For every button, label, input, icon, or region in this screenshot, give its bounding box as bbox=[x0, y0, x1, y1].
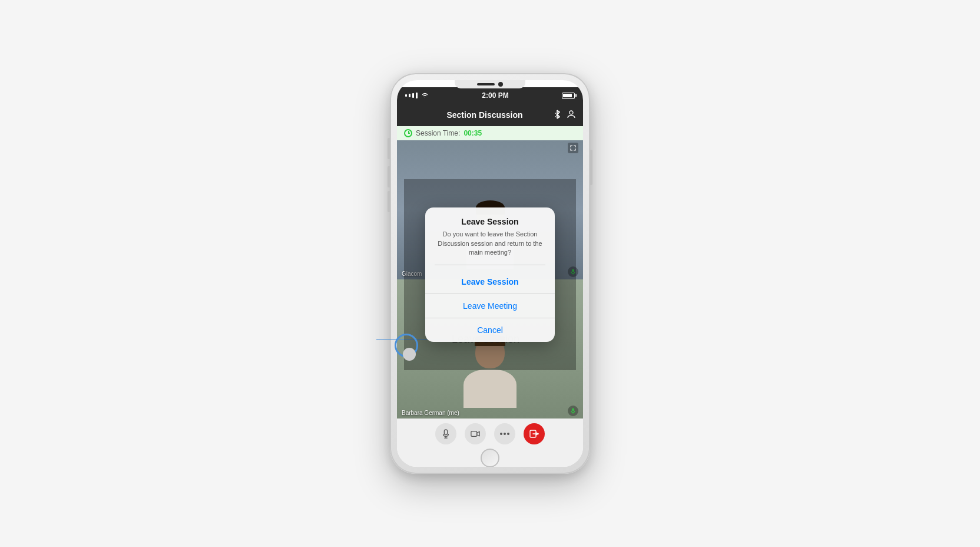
modal-message: Do you want to leave the Section Discuss… bbox=[435, 230, 545, 257]
signal-bar-1 bbox=[405, 94, 407, 97]
svg-point-1 bbox=[570, 111, 573, 114]
battery-icon bbox=[562, 93, 575, 99]
expand-icon[interactable] bbox=[568, 143, 578, 153]
clock-icon bbox=[404, 129, 412, 137]
front-camera bbox=[498, 82, 503, 87]
status-bar: 2:00 PM bbox=[397, 87, 583, 104]
svg-rect-6 bbox=[444, 430, 447, 435]
nav-icons bbox=[554, 110, 576, 121]
phone-screen: 2:00 PM Section Discussion bbox=[397, 80, 583, 467]
svg-rect-4 bbox=[572, 408, 574, 411]
signal-bar-4 bbox=[416, 93, 418, 98]
session-time-value: 00:35 bbox=[463, 129, 482, 137]
leave-meeting-button[interactable]: Leave Meeting bbox=[425, 294, 555, 318]
battery-container bbox=[562, 93, 575, 99]
toolbar bbox=[397, 419, 583, 449]
modal-title: Leave Session bbox=[435, 217, 545, 226]
svg-point-10 bbox=[500, 433, 502, 435]
profile-icon[interactable] bbox=[567, 110, 576, 121]
status-time: 2:00 PM bbox=[482, 91, 508, 100]
more-button[interactable] bbox=[494, 423, 515, 444]
signal-bar-2 bbox=[409, 94, 410, 97]
mic-button[interactable] bbox=[435, 423, 456, 444]
phone-notch bbox=[455, 80, 525, 88]
video-bottom-name: Barbara German (me) bbox=[402, 410, 459, 416]
home-button[interactable] bbox=[481, 449, 499, 467]
leave-session-toolbar-button[interactable] bbox=[524, 423, 545, 444]
session-time-bar: Session Time: 00:35 bbox=[397, 126, 583, 140]
leave-session-button[interactable]: Leave Session bbox=[425, 270, 555, 294]
wifi-icon bbox=[421, 92, 429, 99]
video-button[interactable] bbox=[465, 423, 486, 444]
modal-content: Leave Session Do you want to leave the S… bbox=[425, 207, 555, 269]
bluetooth-icon[interactable] bbox=[554, 110, 561, 121]
battery-fill bbox=[563, 94, 571, 97]
scene: 2:00 PM Section Discussion bbox=[390, 73, 590, 474]
status-left bbox=[405, 92, 429, 99]
cancel-button[interactable]: Cancel bbox=[425, 318, 555, 342]
svg-point-11 bbox=[504, 433, 506, 435]
home-area bbox=[397, 449, 583, 467]
person-bottom-body bbox=[463, 370, 517, 408]
phone-frame: 2:00 PM Section Discussion bbox=[390, 73, 590, 474]
svg-point-12 bbox=[507, 433, 509, 435]
modal-divider-top bbox=[435, 265, 545, 265]
video-area: Giacom bbox=[397, 140, 583, 419]
nav-title: Section Discussion bbox=[446, 110, 522, 120]
nav-bar: Section Discussion bbox=[397, 104, 583, 126]
speaker bbox=[477, 83, 495, 85]
modal-overlay: Leave Session Do you want to leave the S… bbox=[404, 179, 576, 370]
session-time-label: Session Time: bbox=[416, 129, 460, 137]
svg-rect-9 bbox=[471, 431, 477, 437]
video-bottom-mic bbox=[568, 406, 578, 416]
cursor-dot bbox=[403, 348, 416, 361]
leave-session-dialog: Leave Session Do you want to leave the S… bbox=[425, 207, 555, 341]
signal-bar-3 bbox=[412, 93, 414, 98]
